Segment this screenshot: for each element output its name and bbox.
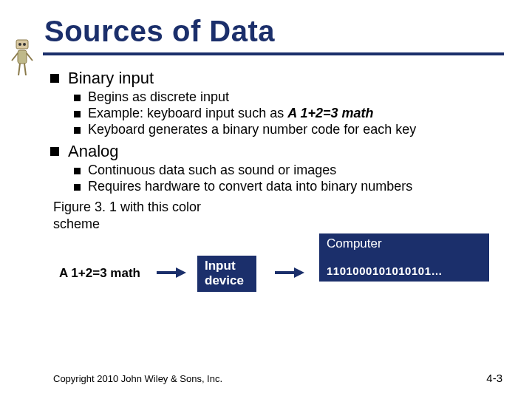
svg-rect-0	[16, 40, 28, 49]
svg-line-4	[12, 53, 18, 61]
arrow-icon	[275, 267, 304, 278]
square-bullet-icon	[74, 127, 81, 134]
sub-bullet: Keyboard generates a binary number code …	[74, 122, 502, 137]
sub-bullet: Example: keyboard input such as A 1+2=3 …	[74, 106, 502, 121]
title-rule	[43, 52, 504, 55]
bullet-label: Binary input	[68, 69, 154, 88]
bullet-list: Binary input Begins as discrete input Ex…	[44, 69, 502, 194]
diagram-input-device-box: Input device	[197, 256, 256, 292]
square-bullet-icon	[74, 111, 81, 117]
sub-bullet-label: Begins as discrete input	[88, 89, 229, 105]
sub-bullet: Continuous data such as sound or images	[74, 163, 502, 178]
diagram: A 1+2=3 math Input device Computer 11010…	[53, 238, 502, 319]
sub-bullet: Requires hardware to convert data into b…	[74, 179, 502, 194]
square-bullet-icon	[74, 168, 81, 174]
diagram-bits: 1101000101010101…	[319, 253, 489, 282]
slide: Sources of Data Binary input Begins as d…	[0, 0, 532, 399]
diagram-computer-label: Computer	[319, 233, 489, 253]
svg-line-7	[24, 64, 26, 75]
bullet-binary-input: Binary input Begins as discrete input Ex…	[50, 69, 502, 137]
page-number: 4-3	[486, 372, 502, 384]
square-bullet-icon	[74, 184, 81, 191]
svg-point-1	[18, 43, 21, 46]
svg-line-5	[27, 53, 33, 61]
svg-point-2	[23, 43, 26, 46]
svg-line-6	[18, 64, 20, 75]
bullet-analog: Analog Continuous data such as sound or …	[50, 142, 502, 194]
figure-caption: Figure 3. 1 with this color scheme	[53, 199, 216, 232]
example-prefix: Example: keyboard input such as	[88, 106, 287, 120]
sub-bullet-label: Example: keyboard input such as A 1+2=3 …	[88, 106, 374, 121]
slide-title: Sources of Data	[44, 15, 502, 48]
svg-rect-3	[18, 50, 27, 64]
diagram-computer-box: Computer 1101000101010101…	[319, 233, 489, 282]
square-bullet-icon	[50, 147, 59, 156]
sub-bullet-label: Continuous data such as sound or images	[88, 163, 336, 178]
square-bullet-icon	[74, 95, 81, 101]
arrow-icon	[157, 267, 186, 278]
copyright-text: Copyright 2010 John Wiley & Sons, Inc.	[53, 373, 222, 384]
square-bullet-icon	[50, 74, 59, 83]
diagram-input-text: A 1+2=3 math	[59, 266, 140, 281]
sub-bullet-label: Requires hardware to convert data into b…	[88, 179, 412, 194]
sub-bullet-label: Keyboard generates a binary number code …	[88, 122, 416, 137]
bullet-label: Analog	[68, 142, 119, 161]
example-italic: A 1+2=3 math	[287, 106, 373, 120]
sub-bullet: Begins as discrete input	[74, 89, 502, 105]
mascot-icon	[7, 35, 37, 80]
